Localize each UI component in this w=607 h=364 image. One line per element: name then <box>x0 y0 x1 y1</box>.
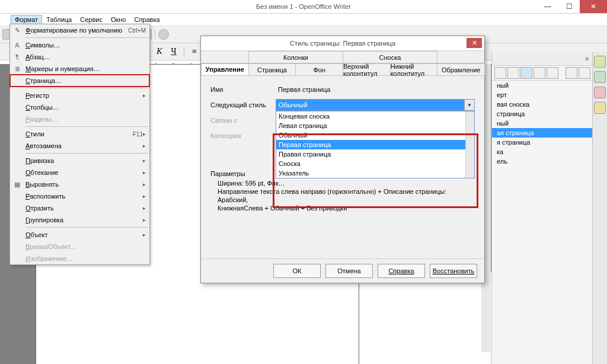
style-list-item[interactable]: ный <box>492 81 593 90</box>
menu-item[interactable]: Группировка▸ <box>10 214 149 226</box>
window-title: Без имени 1 - OpenOffice Writer <box>256 3 351 10</box>
dropdown-scrollbar[interactable] <box>465 111 474 178</box>
style-list-item[interactable]: ель <box>492 157 593 166</box>
tab-columns[interactable]: Колонки <box>248 51 343 63</box>
menu-format[interactable]: Формат <box>11 15 42 24</box>
panel-toolbar <box>492 66 593 81</box>
menu-item[interactable]: ▦Выровнять▸ <box>10 178 149 190</box>
panel-toolbar-icon[interactable] <box>520 67 532 79</box>
panel-toolbar-icon[interactable] <box>507 67 519 79</box>
menu-item: Врезка/Объект… <box>10 241 149 253</box>
styles-list[interactable]: ныйертвая сноскастраницаныйая страницая … <box>492 81 593 166</box>
panel-toolbar-icon[interactable] <box>566 67 577 79</box>
panel-toolbar-icon[interactable] <box>494 67 506 79</box>
cancel-button[interactable]: Отмена <box>325 264 373 278</box>
menu-window[interactable]: Окно <box>107 15 130 24</box>
panel-close-button[interactable]: ✕ <box>584 56 589 62</box>
page-preview-right <box>359 272 493 364</box>
style-list-item[interactable]: ный <box>492 119 593 128</box>
parameters-line: КнижнаяСлева + Обычный + Без приводки <box>218 204 475 212</box>
style-list-item[interactable]: я страница <box>492 138 593 147</box>
italic-button[interactable]: К <box>154 47 165 56</box>
dialog-button-row: ОК Отмена Справка Восстановить <box>201 258 484 283</box>
ok-button[interactable]: ОК <box>273 264 321 278</box>
menu-help[interactable]: Справка <box>130 15 164 24</box>
menu-item[interactable]: Столбцы… <box>10 101 149 113</box>
underline-button[interactable]: Ч <box>168 47 179 56</box>
window-maximize-button[interactable]: ☐ <box>558 0 580 13</box>
dropdown-option[interactable]: Сноска <box>276 159 474 168</box>
menu-item[interactable]: ¶Абзац… <box>10 51 149 63</box>
sidebar-icon[interactable] <box>594 102 606 114</box>
dialog-tab[interactable]: Фон <box>295 63 343 75</box>
menu-item[interactable]: ✎Форматирование по умолчаниюCtrl+M <box>10 24 149 36</box>
reset-button[interactable]: Восстановить <box>430 264 477 278</box>
dropdown-option[interactable]: Обычный <box>276 130 474 140</box>
page-style-dialog: Стиль страницы: Первая страница ✕ Колонк… <box>200 36 485 283</box>
panel-toolbar-icon[interactable] <box>579 67 590 79</box>
style-list-item[interactable]: ая страница <box>492 128 593 138</box>
dropdown-option[interactable]: Правая страница <box>276 149 474 159</box>
dialog-tab[interactable]: Страница <box>248 63 296 75</box>
help-button[interactable]: Справка <box>378 264 425 278</box>
dropdown-option[interactable]: Левая страница <box>276 121 474 130</box>
panel-toolbar-icon[interactable] <box>547 67 558 79</box>
combobox-dropdown-button[interactable]: ▼ <box>464 100 474 110</box>
next-style-combobox[interactable]: Обычный ▼ <box>276 99 475 111</box>
field-category-label: Категория <box>210 132 276 139</box>
dialog-close-button[interactable]: ✕ <box>467 38 482 48</box>
dialog-titlebar: Стиль страницы: Первая страница ✕ <box>201 36 484 51</box>
field-name-value: Первая страница <box>276 86 475 93</box>
dialog-tab[interactable]: Верхний колонтитул <box>343 63 391 75</box>
parameters-line: Направление текста слева направо (горизо… <box>218 187 475 204</box>
style-list-item[interactable]: вая сноска <box>492 100 593 109</box>
dialog-tab[interactable]: Нижний колонтитул <box>390 63 438 75</box>
window-minimize-button[interactable]: — <box>537 0 558 13</box>
combobox-value: Обычный <box>279 101 308 108</box>
sidebar-icon[interactable] <box>594 71 606 83</box>
dropdown-option[interactable]: Указатель <box>276 168 474 178</box>
format-menu-dropdown: ✎Форматирование по умолчаниюCtrl+MAСимво… <box>9 24 150 265</box>
window-titlebar: Без имени 1 - OpenOffice Writer — ☐ ✕ <box>0 0 607 14</box>
style-list-item[interactable]: ка <box>492 147 593 157</box>
menu-item[interactable]: ≣Маркеры и нумерация… <box>10 63 149 75</box>
menu-item[interactable]: Привязка▸ <box>10 155 149 167</box>
menu-item[interactable]: AСимволы… <box>10 39 149 51</box>
field-linked-label: Связан с <box>210 117 276 124</box>
tab-footnote-top[interactable]: Сноска <box>343 51 437 63</box>
menu-item[interactable]: Регистр▸ <box>10 90 149 101</box>
menu-item[interactable]: СтилиF11▸ <box>10 128 149 140</box>
menu-item[interactable]: Обтекание▸ <box>10 167 149 178</box>
dropdown-option[interactable]: Первая страница <box>276 140 474 149</box>
sidebar-icon[interactable] <box>594 56 606 68</box>
menu-item[interactable]: Страница… <box>10 75 149 87</box>
menu-item[interactable]: Объект▸ <box>10 229 149 241</box>
dialog-tab[interactable]: Обрамление <box>437 63 485 75</box>
window-close-button[interactable]: ✕ <box>580 0 607 13</box>
field-next-label: Следующий стиль <box>210 101 276 108</box>
panel-toolbar-icon[interactable] <box>533 67 545 79</box>
field-name-label: Имя <box>210 86 276 93</box>
dialog-body: Имя Первая страница Следующий стиль Обыч… <box>201 76 484 217</box>
dropdown-option[interactable]: Концевая сноска <box>276 111 474 121</box>
sidebar-icon[interactable] <box>594 87 606 98</box>
menu-item[interactable]: Расположить▸ <box>10 190 149 202</box>
align-button[interactable]: ≡ <box>189 47 200 56</box>
menu-item[interactable]: Автозамена▸ <box>10 140 149 152</box>
help-icon[interactable] <box>158 29 169 40</box>
parameters-line: Ширина: 595 pt, Фик… <box>218 179 475 187</box>
next-style-dropdown-list[interactable]: Концевая сноскаЛевая страницаОбычныйПерв… <box>276 111 475 178</box>
dialog-tab-row-top: Колонки Сноска <box>201 51 484 63</box>
dialog-tab-row: УправлениеСтраницаФонВерхний колонтитулН… <box>201 63 484 76</box>
menu-service[interactable]: Сервис <box>76 15 107 24</box>
style-list-item[interactable]: страница <box>492 109 593 119</box>
menu-item: Разделы… <box>10 113 149 125</box>
menu-table[interactable]: Таблица <box>42 15 76 24</box>
styles-panel: ✕ ныйертвая сноскастраницаныйая страница… <box>491 52 593 364</box>
menu-item[interactable]: Отразить▸ <box>10 202 149 214</box>
style-list-item[interactable]: ерт <box>492 90 593 100</box>
sidebar-toolbar <box>592 52 607 364</box>
menu-item: Изображение… <box>10 253 149 264</box>
dialog-title: Стиль страницы: Первая страница <box>290 40 395 47</box>
dialog-tab[interactable]: Управление <box>201 63 249 75</box>
